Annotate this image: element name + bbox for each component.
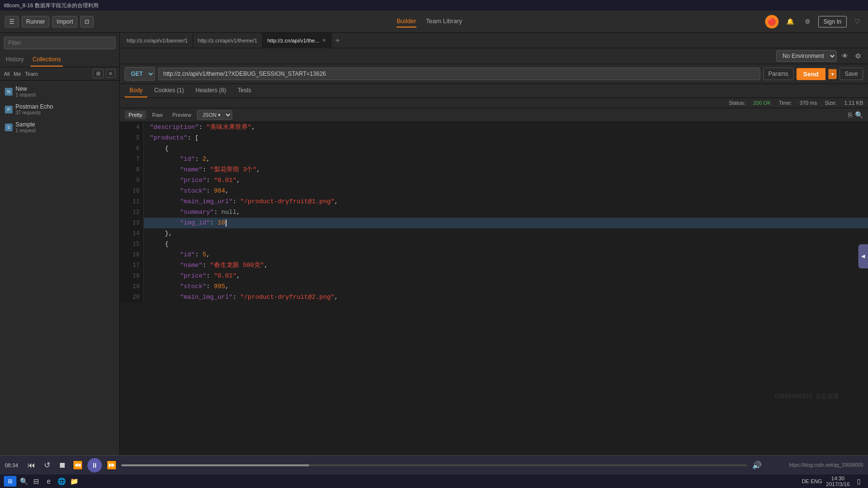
taskbar-explorer[interactable]: 📁 bbox=[69, 476, 79, 487]
nav-builder[interactable]: Builder bbox=[397, 15, 416, 28]
collection-name-new: New bbox=[15, 85, 114, 92]
json-line-7: 7 "id": 2, bbox=[120, 154, 868, 165]
media-progress-bar[interactable] bbox=[121, 464, 747, 466]
sort-btn[interactable]: ≡ bbox=[106, 69, 115, 78]
sub-tabs: Body Cookies (1) Headers (8) Tests bbox=[120, 84, 868, 98]
line-number-10: 10 bbox=[120, 186, 144, 196]
media-volume-btn[interactable]: 🔊 bbox=[751, 460, 763, 471]
runner-button[interactable]: Runner bbox=[22, 16, 49, 28]
env-eye-btn[interactable]: 👁 bbox=[840, 51, 850, 61]
line-content-7: "id": 2, bbox=[144, 154, 868, 165]
send-button[interactable]: Send bbox=[797, 68, 825, 80]
copy-btn[interactable]: ⎘ bbox=[848, 111, 852, 119]
postman-logo: 🔴 bbox=[765, 15, 779, 28]
sub-tab-body[interactable]: Body bbox=[125, 84, 147, 98]
media-stop-btn[interactable]: ⏹ bbox=[57, 460, 68, 471]
format-preview[interactable]: Preview bbox=[169, 111, 195, 119]
send-dropdown-button[interactable]: ▾ bbox=[828, 69, 837, 79]
start-button[interactable]: ⊞ bbox=[4, 476, 16, 487]
taskbar-search-icon[interactable]: 🔍 bbox=[18, 476, 29, 487]
sub-tab-cookies[interactable]: Cookies (1) bbox=[149, 84, 188, 98]
view-me[interactable]: Me bbox=[14, 71, 21, 77]
taskbar-ie[interactable]: e bbox=[43, 476, 54, 487]
view-team[interactable]: Team bbox=[25, 71, 38, 77]
media-volume-control: 🔊 bbox=[751, 460, 763, 471]
json-line-18: 18 "price": "0.01", bbox=[120, 271, 868, 281]
history-tab[interactable]: History bbox=[4, 53, 26, 67]
share-button[interactable]: ⚙ bbox=[802, 16, 813, 27]
sub-tab-tests[interactable]: Tests bbox=[233, 84, 256, 98]
line-number-19: 19 bbox=[120, 281, 144, 292]
time-label: Time: bbox=[779, 100, 792, 106]
params-button[interactable]: Params bbox=[763, 68, 794, 80]
json-line-4: 4 "description": "美味水果世界", bbox=[120, 122, 868, 133]
json-line-10: 10 "stock": 984, bbox=[120, 186, 868, 196]
line-content-5: "products": [ bbox=[144, 133, 868, 143]
sidebar-search-area bbox=[0, 33, 119, 53]
line-number-13: 13 bbox=[120, 218, 144, 228]
media-back-btn[interactable]: ⏪ bbox=[72, 460, 84, 471]
taskbar-edge[interactable]: 🌐 bbox=[56, 476, 67, 487]
collection-new[interactable]: N New 1 request bbox=[0, 83, 119, 100]
collection-meta-postman-echo: 37 requests bbox=[15, 110, 114, 115]
main-layout: History Collections All Me Team ⊞ ≡ N Ne… bbox=[0, 33, 868, 474]
nav-team-library[interactable]: Team Library bbox=[426, 15, 462, 28]
format-type-selector[interactable]: JSON ▾ bbox=[197, 110, 232, 120]
heart-button[interactable]: ♡ bbox=[852, 16, 863, 27]
status-value: 200 OK bbox=[753, 100, 771, 106]
side-arrow[interactable]: ◀ bbox=[858, 244, 868, 268]
collection-postman-echo[interactable]: P Postman Echo 37 requests bbox=[0, 100, 119, 118]
media-prev-btn[interactable]: ⏮ bbox=[26, 460, 37, 471]
import-button[interactable]: Import bbox=[52, 16, 77, 28]
media-url: https://blog.csdn.net/qq_33608000 bbox=[767, 462, 863, 468]
format-pretty[interactable]: Pretty bbox=[125, 111, 146, 119]
line-number-7: 7 bbox=[120, 154, 144, 165]
env-selector[interactable]: No Environment bbox=[776, 50, 837, 62]
save-button[interactable]: Save bbox=[840, 68, 863, 80]
collection-name-postman-echo: Postman Echo bbox=[15, 103, 114, 110]
taskbar-show-desktop[interactable]: ▯ bbox=[854, 476, 864, 487]
media-forward-btn[interactable]: ⏩ bbox=[106, 460, 117, 471]
sign-in-button[interactable]: Sign In bbox=[818, 16, 847, 28]
json-line-12: 12 "summary": null, bbox=[120, 207, 868, 218]
media-refresh-btn[interactable]: ↺ bbox=[41, 460, 53, 471]
sidebar-tabs: History Collections bbox=[0, 53, 119, 67]
time-value: 370 ms bbox=[799, 100, 817, 106]
line-number-5: 5 bbox=[120, 133, 144, 143]
taskbar-lang: DE ENG bbox=[802, 478, 822, 484]
line-number-14: 14 bbox=[120, 228, 144, 239]
url-input[interactable] bbox=[158, 68, 760, 80]
json-response-body[interactable]: 4 "description": "美味水果世界", 5 "products":… bbox=[120, 122, 868, 474]
format-raw[interactable]: Raw bbox=[148, 111, 167, 119]
header-left: ☰ Runner Import ⊡ bbox=[5, 16, 94, 28]
tab-1[interactable]: http://z.cn/api/v1/theme/1 bbox=[193, 33, 263, 48]
line-content-4: "description": "美味水果世界", bbox=[144, 122, 868, 133]
notifications-button[interactable]: 🔔 bbox=[783, 16, 797, 27]
taskbar-task-view[interactable]: ⊟ bbox=[31, 476, 42, 487]
filter-input[interactable] bbox=[4, 37, 115, 49]
sidebar-toggle-button[interactable]: ☰ bbox=[5, 16, 19, 28]
media-play-btn[interactable]: ⏸ bbox=[87, 458, 102, 473]
media-bar: 08:34 ⏮ ↺ ⏹ ⏪ ⏸ ⏩ 🔊 https://blog.csdn.ne… bbox=[0, 455, 868, 474]
method-selector[interactable]: GET bbox=[125, 67, 155, 81]
taskbar-time: 14:30 2017/3/16 bbox=[826, 475, 850, 487]
new-tab-add-button[interactable]: + bbox=[331, 36, 343, 45]
json-line-15: 15 { bbox=[120, 239, 868, 250]
search-response-btn[interactable]: 🔍 bbox=[855, 111, 863, 119]
line-number-12: 12 bbox=[120, 207, 144, 218]
tab-0[interactable]: http://z.cn/api/v1/banner/1 bbox=[122, 33, 193, 48]
new-collection-btn[interactable]: ⊞ bbox=[93, 69, 104, 78]
tab-label-2: http://z.cn/api/v1/the... bbox=[268, 38, 320, 43]
taskbar-date: 2017/3/16 bbox=[826, 481, 850, 487]
side-arrow-icon: ◀ bbox=[861, 253, 865, 259]
collection-sample[interactable]: S Sample 1 request bbox=[0, 118, 119, 136]
sub-tab-headers[interactable]: Headers (8) bbox=[191, 84, 231, 98]
taskbar-clock: 14:30 bbox=[826, 475, 850, 481]
tab-close-2[interactable]: ✕ bbox=[322, 38, 326, 43]
new-tab-button[interactable]: ⊡ bbox=[80, 16, 94, 28]
collections-tab[interactable]: Collections bbox=[30, 53, 63, 67]
size-value: 1.11 KB bbox=[844, 100, 863, 106]
tab-2[interactable]: http://z.cn/api/v1/the... ✕ bbox=[263, 33, 332, 48]
env-settings-btn[interactable]: ⚙ bbox=[853, 51, 863, 61]
view-all[interactable]: All bbox=[4, 71, 10, 77]
